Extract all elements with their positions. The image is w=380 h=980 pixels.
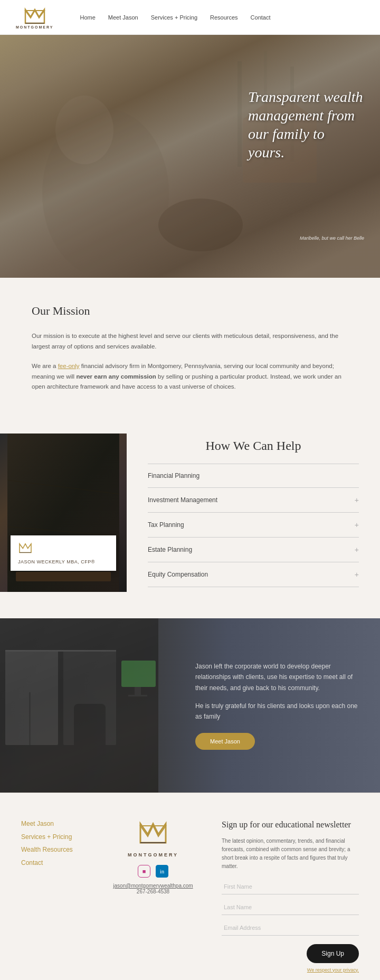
mission-bold: never earn any commission (76, 373, 156, 380)
fee-only-link[interactable]: fee-only (58, 363, 80, 369)
footer-logo (138, 819, 168, 847)
footer-newsletter: Sign up for our educational newsletter T… (211, 819, 359, 973)
help-heading: How We Can Help (148, 439, 359, 453)
nav-logo: MONTGOMERY (16, 5, 53, 29)
newsletter-form: Sign Up (222, 879, 359, 963)
help-item-label: Tax Planning (148, 521, 184, 529)
first-name-input[interactable] (222, 879, 359, 894)
mission-prefix: We are a (32, 363, 58, 369)
footer-links: Meet Jason Services + Pricing Wealth Res… (21, 819, 95, 973)
help-item-equity[interactable]: Equity Compensation + (148, 562, 359, 587)
hero-headline: Transparent wealth management from our f… (248, 88, 364, 162)
svg-rect-26 (135, 687, 141, 695)
navbar: MONTGOMERY Home Meet Jason Services + Pr… (0, 0, 380, 35)
svg-rect-6 (238, 61, 242, 167)
hero-section: Transparent wealth management from our f… (0, 35, 380, 278)
svg-marker-29 (140, 826, 166, 836)
help-item-label: Equity Compensation (148, 571, 208, 578)
footer-link-meet-jason[interactable]: Meet Jason (21, 819, 95, 828)
jason-para2: He is truly grateful for his clients and… (195, 701, 364, 722)
svg-marker-15 (20, 544, 31, 553)
expand-icon: + (355, 496, 359, 504)
help-items-list: Financial Planning Investment Management… (148, 464, 359, 587)
svg-point-4 (55, 96, 113, 164)
linkedin-icon[interactable]: in (156, 865, 168, 878)
jason-silhouette (0, 618, 158, 793)
jason-section: Jason left the corporate world to develo… (0, 618, 380, 793)
meet-jason-button[interactable]: Meet Jason (195, 733, 255, 750)
help-item-tax[interactable]: Tax Planning + (148, 513, 359, 538)
help-item-label: Financial Planning (148, 472, 200, 479)
hero-caption: Maribelle, but we call her Belle (300, 235, 364, 241)
footer: Meet Jason Services + Pricing Wealth Res… (0, 793, 380, 980)
card-logo-icon (18, 542, 33, 553)
card-stand (16, 572, 111, 581)
expand-icon: + (355, 570, 359, 579)
svg-point-23 (78, 680, 101, 705)
nav-home[interactable]: Home (80, 14, 95, 21)
signup-button[interactable]: Sign Up (307, 944, 359, 963)
logo-icon (23, 5, 46, 25)
svg-rect-20 (5, 650, 116, 652)
expand-icon: + (355, 545, 359, 554)
expand-icon: + (355, 521, 359, 529)
card-name-text: JASON WECKERLY MBA, CFP® (18, 559, 109, 566)
svg-rect-21 (29, 692, 31, 745)
footer-email[interactable]: jason@montgomerywealthpa.com (113, 883, 193, 889)
nav-services[interactable]: Services + Pricing (151, 14, 197, 21)
card-logo (18, 542, 109, 555)
logo-text: MONTGOMERY (16, 25, 53, 29)
svg-rect-18 (5, 650, 58, 745)
svg-rect-24 (74, 704, 106, 751)
jason-para1: Jason left the corporate world to develo… (195, 661, 364, 693)
nav-contact[interactable]: Contact (251, 14, 271, 21)
svg-rect-25 (121, 661, 156, 687)
svg-rect-27 (128, 695, 147, 696)
hero-text: Transparent wealth management from our f… (248, 88, 364, 162)
help-item-label: Estate Planning (148, 546, 192, 553)
last-name-input[interactable] (222, 900, 359, 915)
nav-meet-jason[interactable]: Meet Jason (108, 14, 138, 21)
email-input[interactable] (222, 920, 359, 936)
footer-contact: jason@montgomerywealthpa.com 267-268-453… (113, 883, 193, 894)
mission-para2: We are a fee-only financial advisory fir… (32, 361, 348, 392)
privacy-note[interactable]: We respect your privacy. (222, 967, 359, 973)
footer-link-contact[interactable]: Contact (21, 859, 95, 868)
footer-link-resources[interactable]: Wealth Resources (21, 845, 95, 854)
footer-center: MONTGOMERY ■ in jason@montgomerywealthpa… (111, 819, 195, 973)
business-card-image: JASON WECKERLY MBA, CFP® (0, 434, 127, 592)
svg-marker-1 (25, 11, 44, 18)
jason-photo (0, 618, 158, 793)
footer-logo-text: MONTGOMERY (128, 852, 178, 858)
business-card: JASON WECKERLY MBA, CFP® (11, 535, 116, 571)
footer-social: ■ in (138, 865, 168, 878)
help-section: JASON WECKERLY MBA, CFP® How We Can Help… (0, 423, 380, 618)
instagram-icon[interactable]: ■ (138, 865, 150, 878)
nav-resources[interactable]: Resources (210, 14, 238, 21)
footer-logo-icon (138, 819, 168, 845)
help-item-financial[interactable]: Financial Planning (148, 464, 359, 488)
footer-phone: 267-268-4538 (137, 889, 169, 894)
help-item-estate[interactable]: Estate Planning + (148, 538, 359, 562)
jason-text-area: Jason left the corporate world to develo… (195, 661, 364, 750)
mission-para1: Our mission is to execute at the highest… (32, 331, 348, 352)
mission-heading: Our Mission (32, 304, 348, 318)
help-item-label: Investment Management (148, 496, 217, 504)
mission-section: Our Mission Our mission is to execute at… (0, 278, 380, 423)
help-item-investment[interactable]: Investment Management + (148, 488, 359, 513)
newsletter-body: The latest opinion, commentary, trends, … (222, 837, 359, 871)
svg-point-5 (158, 199, 243, 251)
newsletter-heading: Sign up for our educational newsletter (222, 819, 359, 831)
nav-links: Home Meet Jason Services + Pricing Resou… (80, 14, 270, 21)
help-content: How We Can Help Financial Planning Inves… (127, 434, 380, 592)
footer-link-services[interactable]: Services + Pricing (21, 833, 95, 842)
